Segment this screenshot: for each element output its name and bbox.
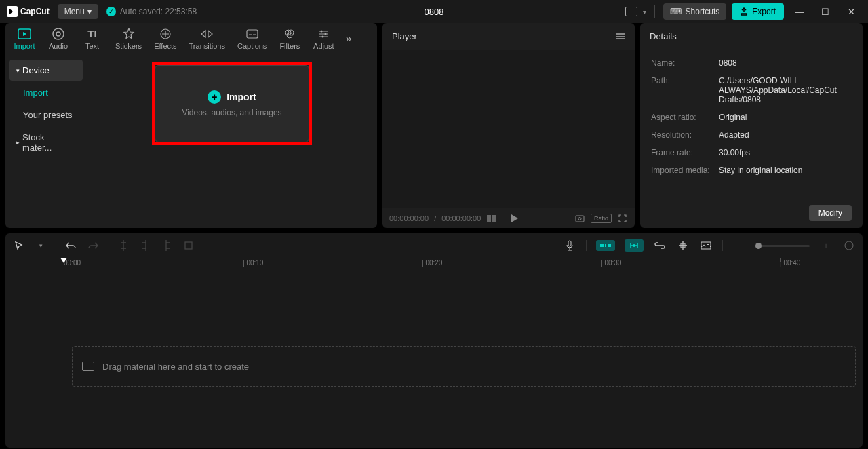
- divider: [654, 5, 655, 18]
- detail-label: Imported media:: [651, 165, 719, 175]
- tab-captions[interactable]: Captions: [232, 24, 272, 53]
- media-tabs: Import Audio TI Text Stickers Effects Tr…: [5, 23, 377, 54]
- tab-import[interactable]: Import: [8, 24, 41, 53]
- dropdown-icon[interactable]: ▾: [34, 239, 47, 252]
- fullscreen-icon[interactable]: [617, 213, 628, 224]
- player-viewport[interactable]: [382, 50, 635, 208]
- export-icon: [740, 7, 748, 16]
- sidebar-item-presets[interactable]: Your presets: [9, 104, 83, 125]
- app-logo: CapCut: [7, 6, 50, 17]
- magnet-main-icon[interactable]: [596, 240, 615, 251]
- play-button[interactable]: [509, 213, 520, 224]
- detail-value: Adapted: [719, 130, 852, 140]
- timeline-dropzone[interactable]: Drag material here and start to create: [72, 346, 856, 387]
- tab-filters[interactable]: Filters: [273, 24, 306, 53]
- sidebar-item-stock[interactable]: ▸Stock mater...: [9, 127, 83, 158]
- tab-effects[interactable]: Effects: [149, 24, 182, 53]
- chevron-down-icon: ▾: [16, 67, 20, 74]
- time-total: 00:00:00:00: [441, 214, 481, 222]
- svg-rect-18: [608, 244, 611, 247]
- svg-point-20: [633, 244, 635, 247]
- detail-row-resolution: Resolution:Adapted: [651, 130, 852, 140]
- svg-rect-17: [600, 244, 604, 247]
- tab-label: Adjust: [313, 42, 334, 50]
- timeline[interactable]: 00:00 | 00:10 | 00:20 | 00:30 | 00:40 Dr…: [5, 258, 863, 448]
- svg-point-14: [578, 217, 581, 220]
- snapshot-icon[interactable]: [574, 213, 585, 224]
- close-button[interactable]: ✕: [841, 3, 861, 20]
- tab-audio[interactable]: Audio: [42, 24, 75, 53]
- svg-rect-11: [487, 215, 491, 222]
- timeline-ruler[interactable]: 00:00 | 00:10 | 00:20 | 00:30 | 00:40: [5, 258, 863, 271]
- capcut-logo-icon: [7, 6, 18, 17]
- detail-label: Path:: [651, 76, 719, 104]
- delete-left-button[interactable]: [138, 239, 152, 252]
- import-area: + Import Videos, audios, and images: [87, 54, 377, 228]
- player-menu-icon[interactable]: [616, 33, 625, 39]
- redo-button[interactable]: [86, 239, 100, 252]
- svg-rect-19: [605, 244, 606, 247]
- preview-axis-icon[interactable]: [676, 239, 690, 252]
- time-current: 00:00:00:00: [389, 214, 429, 222]
- ruler-mark: | 00:30: [601, 259, 621, 267]
- tab-text[interactable]: TI Text: [76, 24, 108, 53]
- separator: [108, 240, 108, 251]
- layout-icon[interactable]: [625, 7, 637, 16]
- zoom-out-icon[interactable]: −: [732, 239, 746, 252]
- tab-transitions[interactable]: Transitions: [184, 24, 231, 53]
- captions-icon: [245, 27, 259, 41]
- drag-hint-text: Drag material here and start to create: [102, 362, 249, 372]
- sidebar-item-device[interactable]: ▾Device: [9, 60, 83, 81]
- link-icon[interactable]: [653, 239, 667, 252]
- detail-value: Stay in original location: [719, 165, 852, 175]
- sidebar-label: Your presets: [23, 110, 73, 120]
- shortcuts-label: Shortcuts: [686, 7, 720, 16]
- menu-button[interactable]: Menu ▾: [58, 4, 98, 19]
- playhead[interactable]: [64, 258, 64, 448]
- shortcuts-button[interactable]: ⌨ Shortcuts: [663, 3, 727, 20]
- chevron-right-icon: ▸: [16, 139, 20, 146]
- crop-button[interactable]: [182, 239, 195, 252]
- zoom-slider[interactable]: [755, 245, 810, 247]
- import-dropzone[interactable]: + Import Videos, audios, and images: [155, 65, 309, 142]
- ratio-button[interactable]: Ratio: [591, 214, 612, 223]
- detail-row-fps: Frame rate:30.00fps: [651, 148, 852, 157]
- detail-value: Original: [719, 113, 852, 122]
- split-button[interactable]: [117, 239, 130, 252]
- maximize-button[interactable]: ☐: [815, 3, 835, 20]
- tab-label: Filters: [279, 42, 300, 50]
- modify-button[interactable]: Modify: [809, 205, 852, 221]
- tabs-more-button[interactable]: »: [341, 33, 355, 45]
- svg-point-9: [325, 33, 327, 35]
- zoom-in-icon[interactable]: +: [819, 239, 833, 252]
- magnet-aux-icon[interactable]: [625, 239, 644, 252]
- undo-button[interactable]: [64, 239, 78, 252]
- check-icon: ✓: [106, 7, 116, 16]
- minimize-button[interactable]: —: [789, 3, 810, 20]
- app-name: CapCut: [20, 7, 50, 16]
- import-subtitle: Videos, audios, and images: [182, 108, 281, 117]
- sidebar-item-import[interactable]: Import: [9, 82, 83, 103]
- titlebar-right: ▾ ⌨ Shortcuts Export — ☐ ✕: [625, 3, 861, 20]
- detail-value: C:/Users/GOOD WILL ALWAYS/AppData/Local/…: [719, 76, 852, 104]
- separator: [586, 240, 587, 251]
- cover-icon[interactable]: [699, 239, 713, 252]
- text-icon: TI: [85, 27, 99, 41]
- filters-icon: [283, 27, 296, 41]
- delete-right-button[interactable]: [160, 239, 174, 252]
- tab-adjust[interactable]: Adjust: [307, 24, 340, 53]
- plus-icon: +: [208, 90, 221, 104]
- chevron-down-icon[interactable]: ▾: [643, 8, 646, 16]
- export-button[interactable]: Export: [732, 3, 784, 20]
- separator: [56, 240, 56, 251]
- compare-icon[interactable]: [486, 213, 497, 224]
- details-body: Name:0808 Path:C:/Users/GOOD WILL ALWAYS…: [640, 50, 863, 202]
- mic-icon[interactable]: [563, 239, 576, 252]
- stickers-icon: [122, 27, 136, 41]
- player-panel: Player 00:00:00:00 / 00:00:00:00 Ratio: [382, 23, 635, 228]
- tab-stickers[interactable]: Stickers: [110, 24, 147, 53]
- zoom-fit-icon[interactable]: [842, 239, 856, 252]
- svg-rect-4: [247, 30, 258, 38]
- details-title: Details: [650, 31, 677, 41]
- pointer-tool-icon[interactable]: [12, 239, 26, 252]
